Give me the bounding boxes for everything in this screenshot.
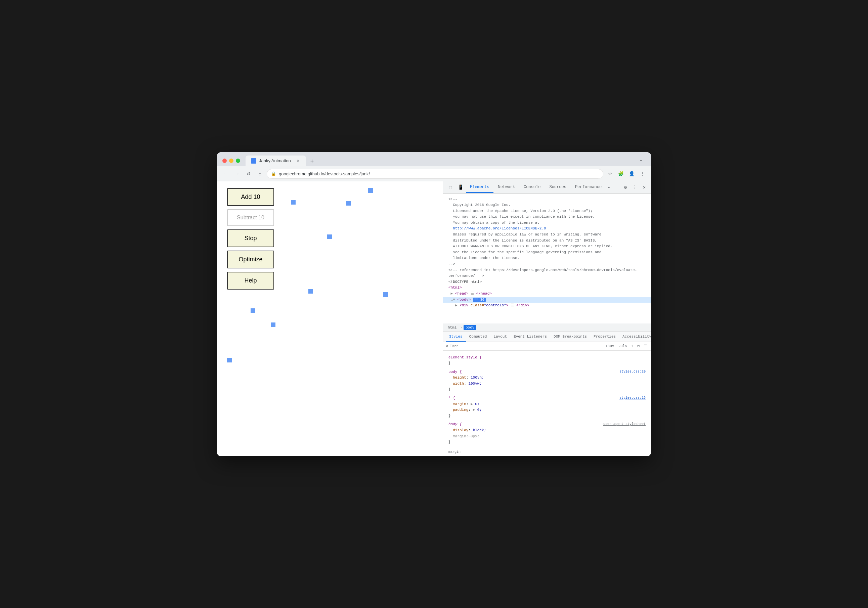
source-line: You may obtain a copy of the License at [443, 220, 651, 226]
source-line: distributed under the License is distrib… [443, 238, 651, 244]
html-source[interactable]: <!-- Copyright 2016 Google Inc. Licensed… [443, 194, 651, 324]
optimize-button[interactable]: Optimize [227, 251, 274, 268]
tab-sources[interactable]: Sources [545, 182, 570, 193]
forward-button[interactable]: → [232, 169, 242, 178]
source-line: WITHOUT WARRANTIES OR CONDITIONS OF ANY … [443, 244, 651, 250]
animated-square-4 [327, 234, 332, 239]
tab-performance[interactable]: Performance [571, 182, 606, 193]
new-rule[interactable]: ☰ [642, 343, 648, 349]
maximize-traffic-light[interactable] [236, 158, 240, 163]
css-rule-body-1: body { styles.css:20 height: 100vh; widt… [443, 368, 651, 394]
styles-tab-accessibility[interactable]: Accessibility [619, 332, 651, 342]
more-tabs-button[interactable]: » [606, 183, 611, 192]
source-line: ▶ <div class="controls"> ☰ </div> [443, 302, 651, 309]
css-value: 100vw; [468, 382, 482, 386]
css-property: display [453, 428, 468, 432]
address-bar[interactable]: 🔒 googlechrome.github.io/devtools-sample… [267, 169, 603, 179]
css-property: width [453, 382, 464, 386]
css-close-brace: } [448, 361, 451, 365]
styles-tab-event-listeners[interactable]: Event Listeners [510, 332, 550, 342]
css-selector: element.style { [448, 355, 482, 360]
settings-button[interactable]: ⚙ [622, 183, 629, 191]
css-source-link[interactable]: styles.css:20 [619, 369, 646, 375]
tab-favicon [251, 158, 256, 164]
source-line: http://www.apache.org/licenses/LICENSE-2… [443, 226, 651, 232]
cursor-tool-icon[interactable]: ⬚ [446, 181, 455, 194]
breadcrumb-html[interactable]: html [446, 325, 459, 330]
toggle-style[interactable]: ⊟ [636, 343, 641, 349]
source-line: <html> [443, 285, 651, 291]
traffic-lights [222, 158, 240, 163]
tab-close-button[interactable]: ✕ [295, 158, 301, 164]
hover-filter[interactable]: :hov [604, 343, 615, 349]
tab-elements[interactable]: Elements [466, 182, 493, 193]
css-close-brace: } [448, 387, 451, 391]
styles-content: element.style { } body { styles.css:20 h… [443, 351, 651, 456]
browser-window: Janky Animation ✕ + ⌃ ← → ↺ ⌂ 🔒 googlech… [217, 152, 651, 456]
animated-square-6 [383, 292, 388, 297]
styles-tab-layout[interactable]: Layout [490, 332, 510, 342]
source-line: limitations under the License. [443, 255, 651, 261]
devtools-close-button[interactable]: ✕ [640, 183, 648, 191]
add-10-button[interactable]: Add 10 [227, 188, 274, 206]
cls-filter[interactable]: .cls [617, 343, 628, 349]
tab-network[interactable]: Network [494, 182, 519, 193]
refresh-button[interactable]: ↺ [244, 169, 253, 178]
subtract-10-button[interactable]: Subtract 10 [227, 209, 274, 226]
license-link[interactable]: http://www.apache.org/licenses/LICENSE-2… [453, 226, 546, 230]
styles-tab-dom-breakpoints[interactable]: DOM Breakpoints [550, 332, 590, 342]
close-traffic-light[interactable] [222, 158, 227, 163]
source-line: Copyright 2016 Google Inc. [443, 202, 651, 208]
page-content: Add 10 Subtract 10 Stop Optimize Help [217, 181, 443, 456]
css-value: 100vh; [471, 375, 484, 380]
css-selector: * { [448, 396, 455, 400]
tab-console[interactable]: Console [520, 182, 544, 193]
breadcrumb-body[interactable]: body [463, 325, 476, 330]
maximize-button[interactable]: ⌃ [636, 157, 646, 166]
extensions-button[interactable]: 🧩 [616, 169, 625, 178]
box-model-container: margin — margin — [443, 450, 651, 456]
stop-button[interactable]: Stop [227, 230, 274, 247]
css-property: margin [453, 402, 466, 406]
device-tool-icon[interactable]: 📱 [456, 181, 465, 194]
back-button[interactable]: ← [221, 169, 231, 178]
css-value: block; [473, 428, 487, 432]
devtools-more-button[interactable]: ⋮ [631, 183, 639, 191]
help-button[interactable]: Help [227, 272, 274, 290]
animated-square-9 [227, 358, 232, 363]
styles-tab-styles[interactable]: Styles [446, 332, 466, 342]
profile-button[interactable]: 👤 [627, 169, 636, 178]
css-strikethrough-property: margin [453, 434, 466, 438]
active-tab[interactable]: Janky Animation ✕ [246, 155, 306, 166]
styles-tab-properties[interactable]: Properties [590, 332, 619, 342]
home-button[interactable]: ⌂ [255, 169, 265, 178]
source-line: <!-- referenced in: https://developers.g… [443, 267, 651, 273]
filter-input[interactable] [450, 344, 603, 348]
animated-square-1 [368, 188, 373, 193]
css-selector: body { [448, 370, 462, 374]
source-line: Licensed under the Apache License, Versi… [443, 208, 651, 214]
css-value: 0; [477, 408, 482, 412]
minimize-traffic-light[interactable] [229, 158, 234, 163]
source-line: --> [443, 261, 651, 267]
source-line: <!DOCTYPE html> [443, 279, 651, 285]
css-rule-body-ua: body { user agent stylesheet display: bl… [443, 420, 651, 447]
tab-bar: Janky Animation ✕ + ⌃ [246, 155, 646, 166]
styles-tab-computed[interactable]: Computed [466, 332, 490, 342]
more-menu-button[interactable]: ⋮ [637, 169, 647, 178]
animated-square-8 [271, 323, 276, 327]
css-source-link[interactable]: styles.css:15 [619, 396, 646, 401]
css-selector: body { [448, 422, 462, 426]
filter-icon: ⊘ [446, 344, 448, 349]
nav-actions: ☆ 🧩 👤 ⋮ [605, 169, 647, 178]
filter-bar: ⊘ :hov .cls + ⊟ ☰ [443, 342, 651, 351]
add-style[interactable]: + [630, 343, 635, 349]
box-model-label: margin — [443, 450, 651, 454]
bookmark-button[interactable]: ☆ [605, 169, 615, 178]
animated-square-5 [308, 289, 313, 293]
devtools-panel: ⬚ 📱 Elements Network Console Sources Per… [443, 181, 651, 456]
source-line: See the License for the specific languag… [443, 250, 651, 256]
breadcrumb-arrow: › [460, 326, 462, 330]
new-tab-button[interactable]: + [307, 157, 317, 166]
source-line-body[interactable]: …▼ <body> == $0 [443, 297, 651, 303]
